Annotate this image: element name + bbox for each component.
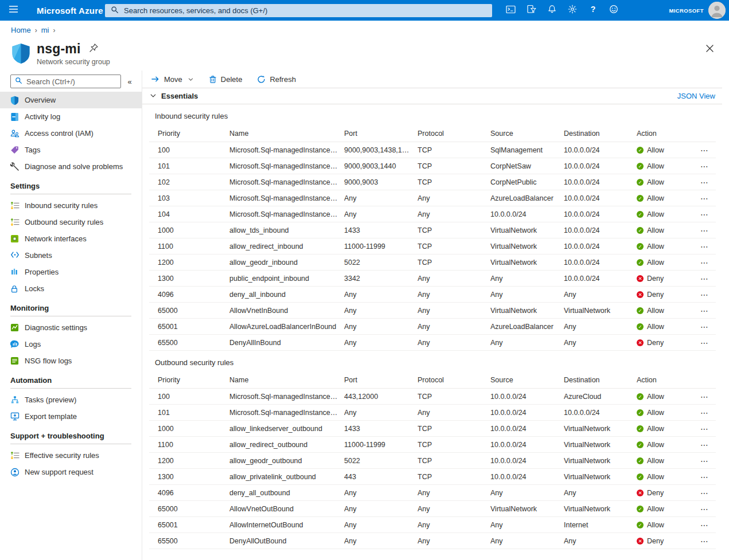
- rule-row[interactable]: 1000allow_linkedserver_outbound1433TCP10…: [149, 421, 716, 437]
- sidebar-item-subnets[interactable]: Subnets: [0, 247, 142, 264]
- row-context-menu-button[interactable]: ⋯: [694, 504, 716, 514]
- sidebar-item-effective-security-rules[interactable]: Effective security rules: [0, 447, 142, 464]
- row-context-menu-button[interactable]: ⋯: [694, 290, 716, 299]
- cell-action: ✓Allow: [637, 194, 694, 202]
- cell-action: ✓Allow: [637, 441, 694, 449]
- rule-row[interactable]: 1100allow_redirect_inbound11000-11999TCP…: [149, 238, 716, 254]
- row-context-menu-button[interactable]: ⋯: [694, 440, 716, 449]
- sidebar-item-locks[interactable]: Locks: [0, 280, 142, 297]
- cell-destination: 10.0.0.0/24: [564, 178, 637, 186]
- sidebar-item-inbound-security-rules[interactable]: Inbound security rules: [0, 197, 142, 214]
- sidebar-item-diagnostic-settings[interactable]: Diagnostic settings: [0, 319, 142, 336]
- row-context-menu-button[interactable]: ⋯: [694, 274, 716, 283]
- avatar[interactable]: [708, 2, 726, 19]
- rule-row[interactable]: 103Microsoft.Sql-managedInstances_U...An…: [149, 190, 716, 206]
- rule-row[interactable]: 1200allow_geodr_outbound5022TCP10.0.0.0/…: [149, 453, 716, 469]
- row-context-menu-button[interactable]: ⋯: [694, 338, 716, 347]
- move-button[interactable]: Move: [151, 75, 194, 84]
- rule-row[interactable]: 65001AllowInternetOutBoundAnyAnyAnyInter…: [149, 517, 716, 533]
- global-search-input[interactable]: Search resources, services, and docs (G+…: [105, 4, 492, 17]
- sidebar-item-access-control-iam[interactable]: Access control (IAM): [0, 125, 142, 142]
- row-context-menu-button[interactable]: ⋯: [694, 226, 716, 235]
- rule-row[interactable]: 100Microsoft.Sql-managedInstances_U...90…: [149, 142, 716, 158]
- sidebar-item-export-template[interactable]: Export template: [0, 408, 142, 425]
- cell-action: ✓Allow: [637, 505, 694, 513]
- directory-filter-button[interactable]: [521, 0, 541, 21]
- sidebar-item-nsg-flow-logs[interactable]: NSG flow logs: [0, 353, 142, 369]
- sidebar-item-properties[interactable]: Properties: [0, 264, 142, 280]
- cell-name: Microsoft.Sql-managedInstances_U...: [229, 146, 344, 154]
- directory-filter-icon: [527, 5, 536, 16]
- rule-row[interactable]: 1300public_endpoint_inbound3342AnyAny10.…: [149, 271, 716, 287]
- json-view-link[interactable]: JSON View: [677, 92, 715, 100]
- sidebar-item-new-support-request[interactable]: New support request: [0, 464, 142, 480]
- rule-row[interactable]: 100Microsoft.Sql-managedInstances_U...44…: [149, 389, 716, 405]
- cell-port: 5022: [344, 259, 418, 267]
- rule-row[interactable]: 4096deny_all_inboundAnyAnyAnyAny✕Deny⋯: [149, 287, 716, 303]
- sidebar-item-activity-log[interactable]: Activity log: [0, 108, 142, 125]
- sidebar-item-network-interfaces[interactable]: Network interfaces: [0, 230, 142, 247]
- row-context-menu-button[interactable]: ⋯: [694, 306, 716, 315]
- account-area[interactable]: MICROSOFT: [669, 0, 704, 21]
- sidebar-item-outbound-security-rules[interactable]: Outbound security rules: [0, 214, 142, 230]
- rule-row[interactable]: 65500DenyAllOutBoundAnyAnyAnyAny✕Deny⋯: [149, 533, 716, 549]
- row-context-menu-button[interactable]: ⋯: [694, 194, 716, 203]
- rule-row[interactable]: 102Microsoft.Sql-managedInstances_U...90…: [149, 174, 716, 190]
- hamburger-menu-button[interactable]: (: [0, 0, 26, 21]
- rule-row[interactable]: 1100allow_redirect_outbound11000-11999TC…: [149, 437, 716, 453]
- help-button[interactable]: ?: [583, 0, 603, 21]
- rule-row[interactable]: 1000allow_tds_inbound1433TCPVirtualNetwo…: [149, 222, 716, 238]
- cell-priority: 65500: [149, 537, 229, 545]
- breadcrumb-link[interactable]: mi: [41, 26, 49, 34]
- delete-button[interactable]: Delete: [209, 75, 243, 84]
- row-context-menu-button[interactable]: ⋯: [694, 146, 716, 155]
- sidebar-item-tags[interactable]: Tags: [0, 142, 142, 158]
- sidebar-item-tasks-preview[interactable]: Tasks (preview): [0, 391, 142, 408]
- row-context-menu-button[interactable]: ⋯: [694, 178, 716, 187]
- row-context-menu-button[interactable]: ⋯: [694, 472, 716, 481]
- security-rules-icon: [10, 218, 20, 227]
- action-label: Allow: [647, 457, 664, 465]
- close-button[interactable]: [705, 44, 714, 55]
- feedback-button[interactable]: [603, 0, 624, 21]
- essentials-toggle[interactable]: Essentials: [150, 91, 198, 101]
- sidebar-item-logs[interactable]: Logs: [0, 336, 142, 353]
- rule-row[interactable]: 65000AllowVnetOutBoundAnyAnyVirtualNetwo…: [149, 501, 716, 517]
- row-context-menu-button[interactable]: ⋯: [694, 242, 716, 251]
- pin-button[interactable]: [89, 43, 99, 55]
- cloud-shell-button[interactable]: [500, 0, 521, 21]
- refresh-button[interactable]: Refresh: [257, 75, 296, 84]
- row-context-menu-button[interactable]: ⋯: [694, 456, 716, 465]
- rule-row[interactable]: 65500DenyAllInBoundAnyAnyAnyAny✕Deny⋯: [149, 335, 716, 351]
- rule-row[interactable]: 4096deny_all_outboundAnyAnyAnyAny✕Deny⋯: [149, 485, 716, 501]
- essentials-bar: Essentials JSON View: [142, 88, 729, 104]
- sidebar-item-label: Overview: [25, 96, 56, 104]
- notifications-button[interactable]: [541, 0, 562, 21]
- cell-action: ✓Allow: [637, 409, 694, 417]
- rule-row[interactable]: 1200allow_geodr_inbound5022TCPVirtualNet…: [149, 254, 716, 271]
- row-context-menu-button[interactable]: ⋯: [694, 488, 716, 498]
- rule-row[interactable]: 65001AllowAzureLoadBalancerInBoundAnyAny…: [149, 319, 716, 335]
- row-context-menu-button[interactable]: ⋯: [694, 520, 716, 530]
- rule-row[interactable]: 65000AllowVnetInBoundAnyAnyVirtualNetwor…: [149, 303, 716, 319]
- row-context-menu-button[interactable]: ⋯: [694, 392, 716, 401]
- rule-row[interactable]: 101Microsoft.Sql-managedInstances_U...90…: [149, 158, 716, 174]
- settings-button[interactable]: [562, 0, 583, 21]
- menu-search-input[interactable]: Search (Ctrl+/): [10, 75, 121, 88]
- row-context-menu-button[interactable]: ⋯: [694, 258, 716, 267]
- column-header-priority: Priority: [149, 130, 229, 138]
- rule-row[interactable]: 104Microsoft.Sql-managedInstances_U...An…: [149, 206, 716, 222]
- row-context-menu-button[interactable]: ⋯: [694, 322, 716, 331]
- row-context-menu-button[interactable]: ⋯: [694, 210, 716, 219]
- row-context-menu-button[interactable]: ⋯: [694, 536, 716, 546]
- cell-destination: 10.0.0.0/24: [564, 275, 637, 283]
- rule-row[interactable]: 1300allow_privatelink_outbound443TCP10.0…: [149, 469, 716, 485]
- collapse-menu-button[interactable]: «: [121, 77, 138, 86]
- row-context-menu-button[interactable]: ⋯: [694, 162, 716, 171]
- row-context-menu-button[interactable]: ⋯: [694, 408, 716, 417]
- breadcrumb-link[interactable]: Home: [11, 26, 31, 34]
- rule-row[interactable]: 101Microsoft.Sql-managedInstances_U...An…: [149, 405, 716, 421]
- row-context-menu-button[interactable]: ⋯: [694, 424, 716, 433]
- sidebar-item-overview[interactable]: Overview: [0, 92, 142, 108]
- sidebar-item-diagnose-and-solve-problems[interactable]: Diagnose and solve problems: [0, 158, 142, 175]
